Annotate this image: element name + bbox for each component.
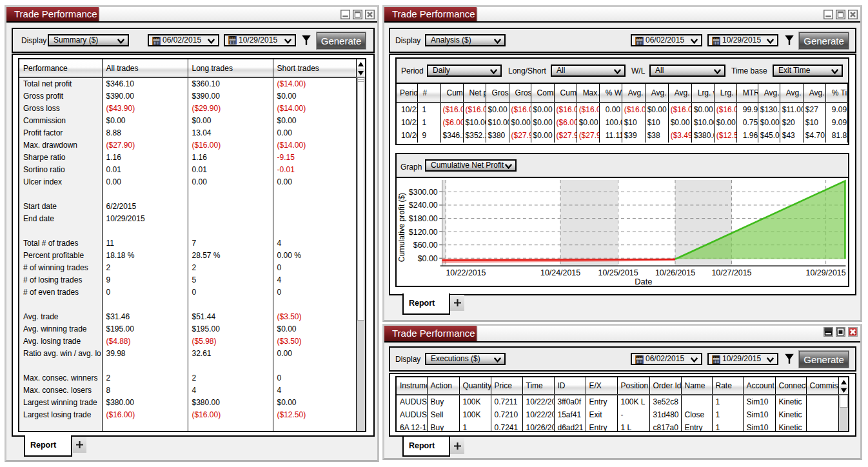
svg-text:10/24/2015: 10/24/2015 bbox=[540, 268, 580, 277]
svg-text:10/29/2015: 10/29/2015 bbox=[806, 268, 846, 277]
svg-text:10/26/2015: 10/26/2015 bbox=[655, 268, 695, 277]
svg-text:Cumulative profit ($): Cumulative profit ($) bbox=[397, 193, 406, 262]
svg-text:10/27/2015: 10/27/2015 bbox=[711, 268, 751, 277]
svg-text:10/22/2015: 10/22/2015 bbox=[446, 268, 486, 277]
svg-text:Date: Date bbox=[635, 277, 652, 286]
svg-text:$60.00: $60.00 bbox=[413, 241, 438, 250]
svg-text:$180.00: $180.00 bbox=[409, 214, 438, 223]
svg-text:$300.00: $300.00 bbox=[409, 188, 438, 197]
svg-text:$120.00: $120.00 bbox=[409, 228, 438, 237]
svg-text:10/25/2015: 10/25/2015 bbox=[598, 268, 638, 277]
svg-text:$0.00: $0.00 bbox=[418, 254, 438, 263]
svg-text:$240.00: $240.00 bbox=[409, 201, 438, 210]
